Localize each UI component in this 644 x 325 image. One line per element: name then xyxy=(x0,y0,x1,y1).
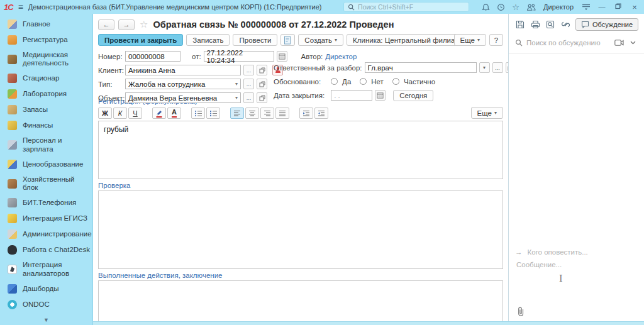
sidebar-item-laboratoriya[interactable]: Лаборатория xyxy=(0,86,92,102)
preview-icon[interactable] xyxy=(545,19,555,30)
sidebar-item-egisz[interactable]: Интеграция ЕГИСЗ xyxy=(0,211,92,226)
type-open-button[interactable] xyxy=(257,79,267,89)
more-button[interactable]: Еще▾ xyxy=(454,34,486,46)
sidebar-item-dashbordy[interactable]: Дашборды xyxy=(0,281,92,297)
sidebar-item-cenoobrazovanie[interactable]: Ценообразование xyxy=(0,157,92,172)
type-select-button[interactable]: ... xyxy=(243,79,254,89)
underline-button[interactable]: Ч xyxy=(128,107,142,119)
minimize-button[interactable]: — xyxy=(596,3,608,11)
video-call-icon[interactable] xyxy=(614,38,624,48)
collaboration-users-icon[interactable] xyxy=(526,2,536,12)
highlight-color-button[interactable] xyxy=(152,107,166,119)
sidebar-item-glavnoe[interactable]: Главное xyxy=(0,16,92,32)
object-field[interactable]: Дамкина Вера Евгеньевна▾ xyxy=(125,92,241,103)
responsible-select-button[interactable]: ... xyxy=(492,62,503,73)
align-center-button[interactable] xyxy=(245,107,259,119)
back-button[interactable]: ← xyxy=(98,19,114,30)
responsible-dropdown-button[interactable]: ▾ xyxy=(479,62,490,73)
sidebar-item-analizatory[interactable]: Интеграция анализаторов xyxy=(0,258,92,280)
favorites-star-icon[interactable]: ☆ xyxy=(511,2,521,12)
related-documents-button[interactable] xyxy=(280,34,295,46)
align-left-button[interactable] xyxy=(230,107,244,119)
discussion-search[interactable]: Поиск по обсуждению xyxy=(509,34,644,53)
close-date-calendar-button[interactable] xyxy=(375,90,386,101)
restore-button[interactable] xyxy=(613,3,624,11)
history-icon[interactable] xyxy=(496,2,506,12)
get-link-icon[interactable] xyxy=(560,19,570,30)
staff-icon xyxy=(8,140,17,150)
print-icon[interactable] xyxy=(530,19,540,30)
forward-button[interactable]: → xyxy=(118,19,135,30)
indent-button[interactable] xyxy=(299,107,313,119)
font-color-button[interactable]: А xyxy=(167,107,181,119)
justified-partial-label: Частично xyxy=(404,78,435,85)
sidebar-item-registratura[interactable]: Регистратура xyxy=(0,32,92,48)
paperclip-icon[interactable] xyxy=(515,306,525,316)
cloud-icon xyxy=(8,245,17,255)
justified-partial-radio[interactable] xyxy=(392,78,399,85)
outdent-button[interactable] xyxy=(314,107,328,119)
client-select-button[interactable]: ... xyxy=(243,65,254,75)
service-settings-icon[interactable] xyxy=(581,2,591,12)
type-field[interactable]: Жалоба на сотрудника▾ xyxy=(125,79,241,89)
sidebar-item-zapasy[interactable]: Запасы xyxy=(0,102,92,118)
client-open-button[interactable] xyxy=(257,65,267,75)
sidebar-item-finansy[interactable]: Финансы xyxy=(0,118,92,133)
combo-arrow-icon[interactable]: ▾ xyxy=(233,81,238,87)
sidebar-item-personal[interactable]: Персонал и зарплата xyxy=(0,133,92,156)
message-input[interactable]: Сообщение... xyxy=(509,258,644,270)
combo-arrow-icon[interactable]: ▾ xyxy=(233,95,238,101)
sidebar-item-hozblok[interactable]: Хозяйственный блок xyxy=(0,172,92,195)
help-button[interactable]: ? xyxy=(489,34,503,46)
date-calendar-button[interactable] xyxy=(277,51,287,62)
check-textarea[interactable] xyxy=(98,190,503,269)
numbered-list-button[interactable] xyxy=(206,107,220,119)
bullet-list-button[interactable] xyxy=(191,107,205,119)
dropdown-arrow-icon: ▾ xyxy=(335,37,337,43)
sidebar-item-administrirovanie[interactable]: Администрирование xyxy=(0,226,92,242)
notify-row[interactable]: → Кого оповестить... xyxy=(509,246,644,258)
notifications-bell-icon[interactable] xyxy=(480,2,491,12)
justified-no-radio[interactable] xyxy=(360,78,367,85)
global-search-input[interactable]: Поиск Ctrl+Shift+F xyxy=(343,2,469,12)
post-button[interactable]: Провести xyxy=(233,34,277,46)
align-right-button[interactable] xyxy=(260,107,274,119)
save-file-icon[interactable] xyxy=(515,19,525,30)
object-select-button[interactable]: ... xyxy=(243,92,254,103)
message-typing-area[interactable]: I xyxy=(509,270,644,296)
save-button[interactable]: Записать xyxy=(186,34,230,46)
add-favorite-star-icon[interactable]: ☆ xyxy=(140,19,148,30)
justified-no-label: Нет xyxy=(371,78,384,85)
editor-more-button[interactable]: Еще▾ xyxy=(471,107,503,119)
align-justify-button[interactable] xyxy=(275,107,289,119)
close-window-button[interactable]: × xyxy=(629,3,640,12)
clinic-button[interactable]: Клиника: Центральный филиал xyxy=(347,34,465,46)
sidebar-item-med-deyatelnost[interactable]: Медицинская деятельность xyxy=(0,48,86,70)
main-menu-icon[interactable]: ≡ xyxy=(18,3,23,11)
registration-textarea[interactable]: грубый xyxy=(98,121,503,179)
sidebar-scroll-down[interactable]: ▼ xyxy=(0,316,92,325)
chevron-down-icon[interactable] xyxy=(628,38,638,48)
date-field[interactable]: 27.12.2022 10:24:34 xyxy=(204,51,274,62)
client-field[interactable]: Аникина Анна xyxy=(125,65,241,75)
today-button[interactable]: Сегодня xyxy=(393,90,433,101)
italic-button[interactable]: К xyxy=(113,107,127,119)
actions-textarea[interactable] xyxy=(98,280,503,321)
sidebar-item-stacionar[interactable]: Стационар xyxy=(0,70,92,86)
richtext-toolbar: Ж К Ч А xyxy=(93,106,508,121)
number-field[interactable]: 000000008 xyxy=(125,51,180,62)
sidebar-item-ondoc[interactable]: ONDOC xyxy=(0,297,92,312)
discussion-tab-button[interactable]: Обсуждение xyxy=(575,18,638,31)
close-date-field[interactable]: . . xyxy=(331,90,372,101)
editor-more-group: Еще▾ xyxy=(471,107,503,119)
author-link[interactable]: Директор xyxy=(325,53,357,60)
sidebar-item-chat2desk[interactable]: Работа с Chat2Desk xyxy=(0,242,92,258)
responsible-field[interactable]: Гл.врач xyxy=(365,62,477,73)
post-and-close-button[interactable]: Провести и закрыть xyxy=(98,34,183,46)
justified-yes-radio[interactable] xyxy=(331,78,338,85)
create-button[interactable]: Создать▾ xyxy=(298,34,343,46)
bold-button[interactable]: Ж xyxy=(98,107,112,119)
current-user[interactable]: Директор xyxy=(543,3,574,11)
object-open-button[interactable] xyxy=(257,92,267,103)
sidebar-item-bit-telefoniya[interactable]: БИТ.Телефония xyxy=(0,195,92,211)
